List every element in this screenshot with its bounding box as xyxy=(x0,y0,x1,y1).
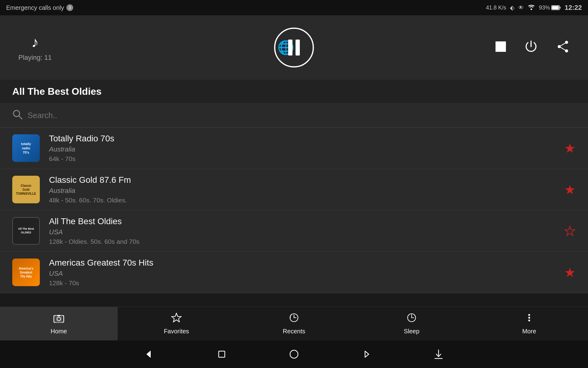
player-right xyxy=(496,40,570,56)
eye-icon: 👁 xyxy=(518,5,524,11)
svg-rect-14 xyxy=(57,315,60,316)
station-name-4: Americas Greatest 70s Hits xyxy=(49,258,555,268)
clock: 12:22 xyxy=(565,4,582,12)
share-icon xyxy=(556,40,570,53)
nav-recents[interactable]: Recents xyxy=(235,307,353,340)
station-bitrate-3: 128k - Oldies. 50s. 60s and 70s xyxy=(49,238,555,245)
svg-rect-3 xyxy=(560,7,560,9)
playing-text: Playing: 11 xyxy=(18,54,52,62)
station-logo-4: America's Greatest 70s Hits xyxy=(12,259,40,286)
sys-nav-circle[interactable] xyxy=(288,349,300,360)
sys-download-icon xyxy=(433,349,444,360)
status-left: Emergency calls only 3 xyxy=(6,4,73,11)
station-info-2: Classic Gold 87.6 FmAustralia48k - 50s. … xyxy=(49,175,555,204)
nav-favorites[interactable]: Favorites xyxy=(118,307,235,340)
svg-point-25 xyxy=(290,350,298,358)
favorite-button-4[interactable]: ★ xyxy=(564,265,576,280)
favorites-icon xyxy=(171,312,182,325)
favorite-button-3[interactable]: ★ xyxy=(564,224,576,239)
sleep-icon xyxy=(406,312,417,325)
svg-marker-15 xyxy=(172,313,181,322)
favorite-button-1[interactable]: ★ xyxy=(564,141,576,156)
svg-rect-12 xyxy=(55,316,62,322)
search-icon xyxy=(12,109,23,122)
sys-nav-download[interactable] xyxy=(433,349,444,360)
station-item-4[interactable]: America's Greatest 70s HitsAmericas Grea… xyxy=(0,252,588,293)
svg-marker-26 xyxy=(365,351,369,357)
current-station-name: All The Best Oldies xyxy=(12,86,102,97)
player-left: ♪ Playing: 11 xyxy=(18,34,52,62)
stop-button[interactable] xyxy=(496,41,506,54)
svg-point-0 xyxy=(530,8,532,10)
nav-recents-label: Recents xyxy=(283,328,305,335)
system-nav xyxy=(0,340,588,368)
now-playing-title: All The Best Oldies xyxy=(0,80,588,104)
star-filled-icon: ★ xyxy=(564,141,576,155)
nav-home-label: Home xyxy=(51,328,67,335)
station-bitrate-2: 48k - 50s. 60s. 70s. Oldies. xyxy=(49,197,555,204)
svg-point-20 xyxy=(528,314,530,316)
svg-rect-24 xyxy=(219,351,225,357)
share-button[interactable] xyxy=(556,40,570,56)
station-list: totally radio 70'sTotally Radio 70sAustr… xyxy=(0,128,588,293)
music-icon: ♪ xyxy=(31,34,39,51)
bluetooth-icon: ⬖ xyxy=(510,4,514,11)
station-item-1[interactable]: totally radio 70'sTotally Radio 70sAustr… xyxy=(0,128,588,169)
station-name-3: All The Best Oldies xyxy=(49,217,555,226)
sys-nav-back[interactable] xyxy=(144,349,155,360)
bottom-nav: Home Favorites Recents Sleep xyxy=(0,307,588,340)
station-logo-1: totally radio 70's xyxy=(12,134,40,162)
sys-nav-triangle[interactable] xyxy=(361,349,372,360)
favorite-button-2[interactable]: ★ xyxy=(564,182,576,197)
station-item-2[interactable]: Classic Gold TOWNSVILLEClassic Gold 87.6… xyxy=(0,169,588,210)
svg-point-21 xyxy=(528,317,530,319)
sys-back-icon xyxy=(361,349,372,360)
nav-sleep-label: Sleep xyxy=(404,328,419,335)
player-header: ♪ Playing: 11 🌐 xyxy=(0,15,588,80)
star-empty-icon: ★ xyxy=(564,224,576,238)
back-icon xyxy=(144,349,155,360)
station-logo-2: Classic Gold TOWNSVILLE xyxy=(12,176,40,203)
power-icon xyxy=(524,40,538,53)
wifi-icon xyxy=(527,4,535,12)
svg-marker-23 xyxy=(146,351,151,358)
station-info-4: Americas Greatest 70s HitsUSA128k - 70s xyxy=(49,258,555,287)
home-icon xyxy=(53,312,65,325)
station-name-2: Classic Gold 87.6 Fm xyxy=(49,175,555,185)
status-bar: Emergency calls only 3 41.8 K/s ⬖ 👁 93% … xyxy=(0,0,588,15)
nav-sleep[interactable]: Sleep xyxy=(353,307,470,340)
nav-more-label: More xyxy=(522,328,536,335)
station-name-1: Totally Radio 70s xyxy=(49,134,555,144)
notification-badge: 3 xyxy=(66,4,73,11)
pause-button[interactable] xyxy=(274,28,314,67)
station-info-1: Totally Radio 70sAustralia64k - 70s xyxy=(49,134,555,163)
status-right: 41.8 K/s ⬖ 👁 93% 12:22 xyxy=(486,4,582,12)
station-logo-3: All The Best OLDIES xyxy=(12,217,40,245)
station-country-1: Australia xyxy=(49,145,555,153)
station-country-3: USA xyxy=(49,228,555,236)
sys-nav-home[interactable] xyxy=(216,349,227,360)
power-button[interactable] xyxy=(524,40,538,56)
station-info-3: All The Best OldiesUSA128k - Oldies. 50s… xyxy=(49,217,555,245)
sys-home-icon xyxy=(216,349,227,360)
svg-line-7 xyxy=(559,42,567,47)
svg-point-22 xyxy=(528,320,530,321)
nav-more[interactable]: More xyxy=(470,307,588,340)
star-filled-icon: ★ xyxy=(564,265,576,280)
battery-icon: 93% xyxy=(539,5,561,11)
battery-percent: 93% xyxy=(539,5,550,11)
recents-icon xyxy=(288,312,300,325)
svg-rect-2 xyxy=(552,6,559,10)
station-country-2: Australia xyxy=(49,187,555,195)
pause-icon xyxy=(288,40,300,56)
search-input[interactable] xyxy=(28,111,576,120)
search-bar xyxy=(0,104,588,128)
sys-circle-icon xyxy=(288,349,300,360)
emergency-text: Emergency calls only xyxy=(6,4,64,11)
nav-home[interactable]: Home xyxy=(0,307,118,340)
station-item-3[interactable]: All The Best OLDIESAll The Best OldiesUS… xyxy=(0,210,588,252)
svg-line-8 xyxy=(559,47,567,51)
player-center xyxy=(274,28,314,67)
svg-line-10 xyxy=(19,116,22,119)
more-icon xyxy=(524,312,535,325)
